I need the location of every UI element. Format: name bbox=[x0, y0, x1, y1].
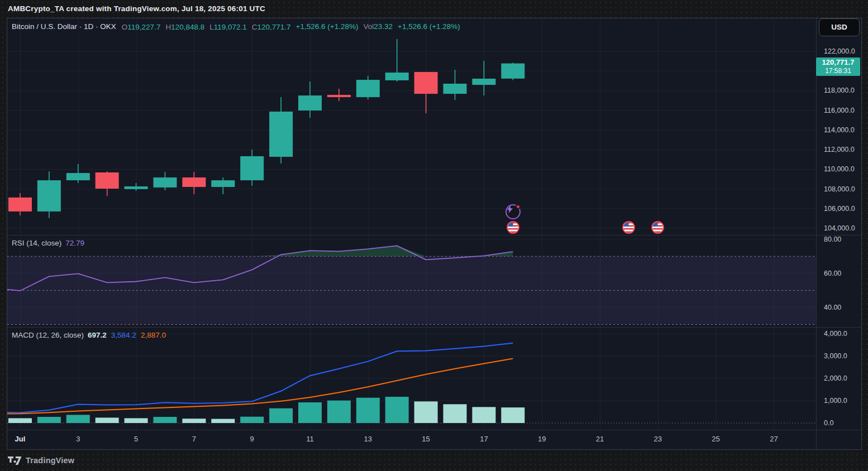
price-axis-label: 108,000.0 bbox=[824, 185, 855, 193]
plot-area[interactable]: Bitcoin / U.S. Dollar · 1D · OKXO119,227… bbox=[7, 18, 816, 430]
price-axis-label: 118,000.0 bbox=[824, 86, 855, 94]
chart-canvas[interactable] bbox=[7, 18, 816, 430]
time-axis-label: 3 bbox=[66, 435, 90, 443]
ohlc-item-h: H120,848.8 bbox=[165, 22, 204, 31]
macd-histogram-bar bbox=[269, 408, 293, 423]
price-axis-label: 114,000.0 bbox=[824, 126, 855, 134]
pane-separator-macd[interactable] bbox=[7, 327, 862, 328]
candle-body bbox=[211, 180, 235, 187]
candle-body bbox=[37, 180, 61, 212]
notification-dot bbox=[516, 204, 521, 209]
candle-body bbox=[154, 177, 177, 188]
ohlc-value: 120,848.8 bbox=[171, 23, 204, 31]
time-axis-label: 13 bbox=[356, 435, 380, 443]
time-axis-label: 21 bbox=[588, 435, 612, 443]
time-axis-label: 9 bbox=[240, 435, 264, 443]
macd-histogram-bar bbox=[327, 401, 351, 423]
ohlc-item-c: C120,771.7 bbox=[252, 22, 291, 31]
top-watermark-bar: AMBCrypto_TA created with TradingView.co… bbox=[0, 0, 868, 18]
candle-body bbox=[414, 72, 438, 94]
volume-label: Vol bbox=[363, 22, 374, 31]
time-axis-label: 7 bbox=[182, 435, 206, 443]
lightning-event-icon[interactable] bbox=[505, 204, 521, 219]
macd-axis-label: 4,000.0 bbox=[824, 330, 847, 338]
time-axis-label: 25 bbox=[704, 435, 728, 443]
macd-histogram-bar bbox=[501, 407, 524, 423]
time-axis-label: 19 bbox=[530, 435, 554, 443]
candle-body bbox=[66, 173, 90, 180]
last-price-value: 120,771.7 bbox=[816, 58, 860, 67]
footer-bar: TradingView bbox=[0, 450, 868, 471]
candle-body bbox=[240, 156, 264, 180]
symbol-title: Bitcoin / U.S. Dollar · 1D · OKX bbox=[12, 22, 116, 31]
ohlc-item-l: L119,072.1 bbox=[209, 22, 247, 31]
last-price-badge[interactable]: 120,771.7 17:58:31 bbox=[816, 57, 860, 76]
macd-histogram-bar bbox=[96, 417, 119, 423]
time-axis[interactable]: Jul3579111315171921232527 bbox=[7, 430, 816, 450]
macd-histogram-bar bbox=[298, 402, 322, 423]
time-axis-label: 11 bbox=[298, 435, 322, 443]
time-axis-label: 5 bbox=[124, 435, 149, 443]
candle-body bbox=[501, 64, 524, 79]
ohlc-letter: H bbox=[165, 23, 171, 31]
macd-legend: MACD (12, 26, close)697.23,584.22,887.0 bbox=[12, 331, 166, 339]
rsi-legend: RSI (14, close)72.79 bbox=[12, 239, 84, 247]
watermark-text: AMBCrypto_TA created with TradingView.co… bbox=[8, 0, 265, 18]
time-axis-label: 15 bbox=[414, 435, 438, 443]
candle-body bbox=[472, 79, 495, 85]
tradingview-brand-link[interactable]: TradingView bbox=[8, 454, 74, 467]
lightning-bolt-icon bbox=[507, 205, 513, 213]
candle-body bbox=[125, 186, 148, 189]
macd-histogram-value: 697.2 bbox=[88, 331, 107, 339]
us-flag-icon bbox=[623, 222, 634, 233]
price-axis[interactable]: 122,000.0120,000.0118,000.0116,000.0114,… bbox=[816, 18, 862, 450]
price-axis-label: 106,000.0 bbox=[824, 205, 855, 213]
macd-histogram-bar bbox=[472, 407, 495, 423]
candle-body bbox=[356, 80, 380, 97]
candle-body bbox=[298, 95, 322, 110]
ohlc-values: O119,227.7H120,848.8L119,072.1C120,771.7 bbox=[122, 22, 296, 30]
ohlc-item-o: O119,227.7 bbox=[122, 22, 161, 31]
macd-axis-label: 3,000.0 bbox=[824, 352, 847, 360]
rsi-overbought-fill bbox=[7, 246, 513, 256]
macd-histogram-bar bbox=[240, 417, 264, 423]
candle-body bbox=[385, 73, 409, 80]
macd-axis-label: 2,000.0 bbox=[824, 374, 847, 382]
rsi-value: 72.79 bbox=[65, 239, 84, 247]
ohlc-letter: L bbox=[209, 23, 214, 31]
currency-toggle-button[interactable]: USD bbox=[819, 18, 860, 36]
macd-histogram-bar bbox=[66, 415, 90, 423]
us-flag-event-icon[interactable] bbox=[507, 221, 519, 234]
change-value: +1,526.6 (+1.28%) bbox=[296, 22, 359, 31]
candle-body bbox=[96, 172, 119, 189]
macd-histogram-bar bbox=[356, 398, 380, 423]
price-axis-label: 104,000.0 bbox=[824, 224, 855, 232]
macd-signal-value: 2,887.0 bbox=[141, 331, 166, 339]
rsi-axis-label: 60.00 bbox=[824, 270, 841, 277]
tradingview-chart-page: { "header": { "watermark": "AMBCrypto_TA… bbox=[0, 0, 868, 471]
time-axis-label: 17 bbox=[471, 435, 496, 443]
candle-body bbox=[269, 112, 293, 157]
ohlc-value: 119,227.7 bbox=[127, 23, 160, 31]
macd-histogram-bar bbox=[182, 419, 206, 423]
candle-body bbox=[327, 95, 351, 97]
price-axis-label: 112,000.0 bbox=[824, 146, 855, 153]
chart-container: Bitcoin / U.S. Dollar · 1D · OKXO119,227… bbox=[7, 18, 862, 450]
pane-separator-rsi[interactable] bbox=[7, 235, 862, 235]
price-axis-label: 122,000.0 bbox=[824, 47, 855, 55]
ohlc-value: 120,771.7 bbox=[257, 23, 291, 31]
symbol-legend: Bitcoin / U.S. Dollar · 1D · OKXO119,227… bbox=[12, 22, 460, 33]
rsi-axis-label: 40.00 bbox=[824, 304, 841, 311]
us-flag-icon bbox=[508, 222, 518, 233]
macd-histogram-bar bbox=[414, 401, 438, 423]
tradingview-brand-label: TradingView bbox=[26, 456, 74, 465]
candle-body bbox=[182, 177, 206, 187]
volume-value: 23.32 bbox=[374, 22, 393, 31]
macd-line-value: 3,584.2 bbox=[111, 331, 136, 339]
volume-change: +1,526.6 (+1.28%) bbox=[398, 22, 460, 31]
rsi-axis-label: 80.00 bbox=[824, 235, 841, 243]
macd-axis-label: 1,000.0 bbox=[824, 397, 847, 405]
bar-countdown: 17:58:31 bbox=[816, 67, 860, 75]
time-axis-label: Jul bbox=[8, 435, 32, 443]
macd-histogram-bar bbox=[443, 404, 467, 423]
